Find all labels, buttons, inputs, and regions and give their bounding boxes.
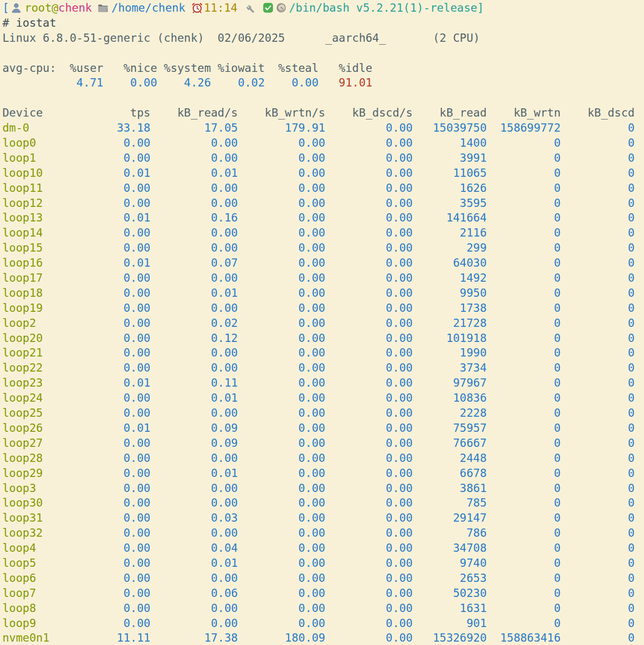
avg-cpu-idle-value: 91.01 — [319, 76, 373, 89]
blank-line — [2, 90, 644, 105]
device-values: 0.00 0.00 0.00 0.00 3734 0 0 — [90, 361, 635, 374]
device-name: loop8 — [2, 602, 90, 614]
device-name: loop18 — [2, 287, 90, 299]
table-row: loop7 0.00 0.06 0.00 0.00 50230 0 0 — [2, 586, 644, 601]
table-row: loop8 0.00 0.00 0.00 0.00 1631 0 0 — [2, 601, 644, 616]
table-row: loop25 0.00 0.00 0.00 0.00 2228 0 0 — [2, 406, 644, 421]
device-name: loop4 — [2, 542, 90, 554]
wrench-icon — [243, 2, 254, 14]
device-values: 0.00 0.00 0.00 0.00 3595 0 0 — [90, 197, 635, 209]
device-name: loop29 — [2, 467, 90, 479]
device-values: 0.00 0.00 0.00 0.00 786 0 0 — [90, 526, 635, 539]
device-name: loop13 — [2, 211, 90, 224]
device-name: loop10 — [2, 167, 90, 179]
device-values: 0.00 0.00 0.00 0.00 1492 0 0 — [90, 272, 635, 284]
device-name: loop25 — [2, 407, 90, 419]
device-values: 0.00 0.03 0.00 0.00 29147 0 0 — [90, 511, 635, 524]
device-values: 0.00 0.00 0.00 0.00 3991 0 0 — [90, 152, 635, 164]
device-values: 0.00 0.00 0.00 0.00 901 0 0 — [90, 617, 635, 629]
device-name: loop5 — [2, 557, 90, 569]
device-values: 0.00 0.04 0.00 0.00 34708 0 0 — [90, 542, 635, 554]
device-name: loop30 — [2, 496, 90, 509]
device-values: 0.00 0.09 0.00 0.00 76667 0 0 — [90, 437, 635, 449]
table-row: loop32 0.00 0.00 0.00 0.00 786 0 0 — [2, 526, 644, 541]
device-name: nvme0n1 — [2, 631, 90, 644]
table-row: loop1 0.00 0.00 0.00 0.00 3991 0 0 — [2, 151, 644, 166]
table-row: loop15 0.00 0.00 0.00 0.00 299 0 0 — [2, 240, 644, 255]
device-values: 0.00 0.00 0.00 0.00 1400 0 0 — [90, 136, 635, 149]
device-name: loop31 — [2, 511, 90, 524]
device-name: loop26 — [2, 422, 90, 434]
device-name: loop2 — [2, 317, 90, 329]
device-table-header: Device tps kB_read/s kB_wrtn/s kB_dscd/s… — [2, 105, 644, 120]
alarm-clock-icon — [191, 2, 203, 14]
device-values: 0.00 0.01 0.00 0.00 6678 0 0 — [90, 467, 635, 479]
table-row: loop12 0.00 0.00 0.00 0.00 3595 0 0 — [2, 196, 644, 211]
device-name: loop1 — [2, 152, 90, 164]
device-values: 0.00 0.00 0.00 0.00 1626 0 0 — [90, 182, 635, 194]
prompt-shell-path: /bin/bash — [289, 0, 350, 16]
device-name: loop16 — [2, 256, 90, 269]
table-row: loop13 0.01 0.16 0.00 0.00 141664 0 0 — [2, 210, 644, 225]
device-name: loop20 — [2, 332, 90, 344]
avg-cpu-values: 4.71 0.00 4.26 0.02 0.00 91.01 — [2, 75, 644, 90]
device-table: dm-0 33.18 17.05 179.91 0.00 15039750 15… — [2, 120, 644, 645]
device-values: 0.00 0.00 0.00 0.00 1990 0 0 — [90, 346, 635, 359]
device-values: 0.01 0.11 0.00 0.00 97967 0 0 — [90, 376, 635, 389]
device-values: 0.00 0.01 0.00 0.00 9740 0 0 — [90, 557, 635, 569]
avg-cpu-header: avg-cpu: %user %nice %system %iowait %st… — [2, 61, 644, 76]
device-values: 33.18 17.05 179.91 0.00 15039750 1586997… — [90, 121, 635, 134]
device-values: 0.00 0.01 0.00 0.00 10836 0 0 — [90, 391, 635, 404]
table-row: loop26 0.01 0.09 0.00 0.00 75957 0 0 — [2, 421, 644, 436]
device-name: loop28 — [2, 452, 90, 464]
table-row: loop5 0.00 0.01 0.00 0.00 9740 0 0 — [2, 556, 644, 571]
device-name: loop6 — [2, 572, 90, 584]
device-values: 0.00 0.01 0.00 0.00 9950 0 0 — [90, 287, 635, 299]
device-name: loop24 — [2, 391, 90, 404]
table-row: loop19 0.00 0.00 0.00 0.00 1738 0 0 — [2, 301, 644, 316]
device-name: loop7 — [2, 587, 90, 599]
prompt-user: root@ — [25, 0, 58, 16]
device-values: 0.00 0.00 0.00 0.00 2228 0 0 — [90, 407, 635, 419]
device-name: loop12 — [2, 197, 90, 209]
shell-icon — [275, 2, 287, 14]
table-row: loop4 0.00 0.04 0.00 0.00 34708 0 0 — [2, 541, 644, 556]
command-line: # iostat — [2, 16, 644, 31]
terminal-window[interactable]: [ root@chenk /home/chenk 11:14 — [0, 0, 644, 645]
device-values: 0.00 0.00 0.00 0.00 3861 0 0 — [90, 482, 635, 494]
check-icon — [262, 2, 274, 14]
device-values: 0.00 0.00 0.00 0.00 2448 0 0 — [90, 452, 635, 464]
table-row: loop23 0.01 0.11 0.00 0.00 97967 0 0 — [2, 375, 644, 390]
device-values: 0.00 0.02 0.00 0.00 21728 0 0 — [90, 317, 635, 329]
blank-line — [2, 46, 644, 61]
table-row: loop10 0.01 0.01 0.00 0.00 11065 0 0 — [2, 166, 644, 181]
device-values: 0.00 0.00 0.00 0.00 299 0 0 — [90, 241, 635, 254]
device-name: loop3 — [2, 482, 90, 494]
table-row: loop2 0.00 0.02 0.00 0.00 21728 0 0 — [2, 316, 644, 331]
table-row: nvme0n1 11.11 17.38 180.09 0.00 15326920… — [2, 630, 644, 645]
table-row: dm-0 33.18 17.05 179.91 0.00 15039750 15… — [2, 120, 644, 136]
device-name: loop17 — [2, 272, 90, 284]
device-values: 0.00 0.00 0.00 0.00 2653 0 0 — [90, 572, 635, 584]
device-values: 11.11 17.38 180.09 0.00 15326920 1588634… — [90, 631, 635, 644]
table-row: loop17 0.00 0.00 0.00 0.00 1492 0 0 — [2, 271, 644, 286]
table-row: loop22 0.00 0.00 0.00 0.00 3734 0 0 — [2, 360, 644, 375]
table-row: loop3 0.00 0.00 0.00 0.00 3861 0 0 — [2, 481, 644, 496]
device-values: 0.00 0.06 0.00 0.00 50230 0 0 — [90, 587, 635, 599]
device-name: loop23 — [2, 376, 90, 389]
device-values: 0.01 0.09 0.00 0.00 75957 0 0 — [90, 422, 635, 434]
table-row: loop28 0.00 0.00 0.00 0.00 2448 0 0 — [2, 451, 644, 466]
table-row: loop20 0.00 0.12 0.00 0.00 101918 0 0 — [2, 331, 644, 346]
table-row: loop14 0.00 0.00 0.00 0.00 2116 0 0 — [2, 225, 644, 240]
device-name: loop15 — [2, 241, 90, 254]
device-name: loop19 — [2, 302, 90, 314]
device-values: 0.01 0.07 0.00 0.00 64030 0 0 — [90, 256, 635, 269]
device-values: 0.00 0.00 0.00 0.00 2116 0 0 — [90, 226, 635, 239]
device-values: 0.00 0.00 0.00 0.00 1631 0 0 — [90, 602, 635, 614]
device-name: loop32 — [2, 526, 90, 539]
table-row: loop0 0.00 0.00 0.00 0.00 1400 0 0 — [2, 136, 644, 151]
prompt-shell-version: v5.2.21(1)-release] — [356, 0, 484, 16]
prompt-cwd: /home/chenk — [111, 0, 185, 16]
device-name: loop11 — [2, 182, 90, 194]
device-name: loop21 — [2, 346, 90, 359]
